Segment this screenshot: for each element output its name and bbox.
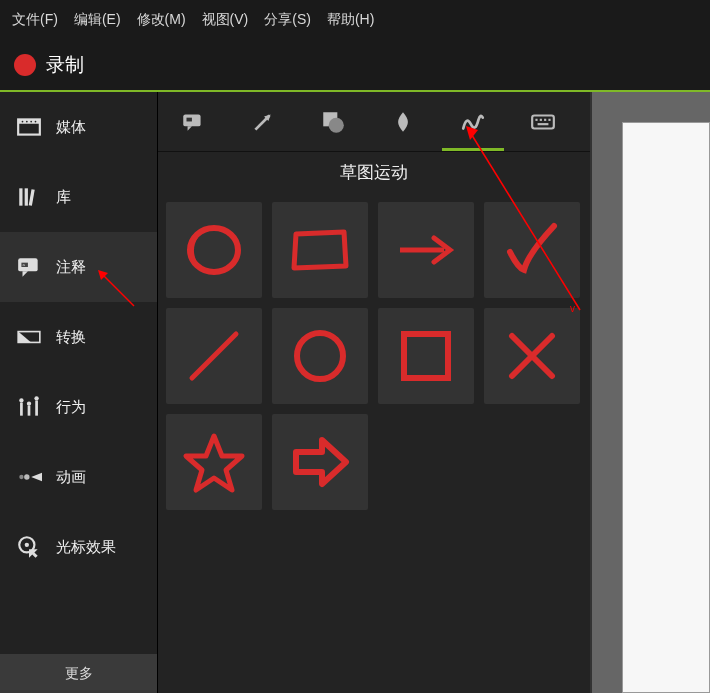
shape-sketch-rectangle[interactable]: [272, 202, 368, 298]
sidebar-item-transitions[interactable]: 转换: [0, 302, 157, 372]
svg-point-4: [30, 121, 32, 123]
media-bin-icon: [16, 114, 42, 140]
transition-icon: [16, 324, 42, 350]
callout-icon: a: [16, 254, 42, 280]
sidebar-item-media[interactable]: 媒体: [0, 92, 157, 162]
svg-point-40: [297, 333, 343, 379]
tab-shapes[interactable]: [298, 92, 368, 151]
canvas-area[interactable]: [590, 92, 710, 693]
svg-marker-20: [31, 473, 42, 482]
svg-marker-23: [29, 549, 38, 558]
svg-point-19: [24, 474, 29, 479]
svg-point-30: [329, 117, 344, 132]
panel-title: 草图运动: [158, 152, 590, 192]
svg-rect-8: [29, 189, 35, 206]
sidebar-item-library[interactable]: 库: [0, 162, 157, 232]
sidebar-item-label: 注释: [56, 258, 86, 277]
svg-marker-25: [188, 126, 192, 130]
sidebar-item-label: 库: [56, 188, 71, 207]
svg-rect-33: [540, 118, 542, 120]
sidebar-item-behaviors[interactable]: 行为: [0, 372, 157, 442]
sidebar-item-annotations[interactable]: a 注释: [0, 232, 157, 302]
svg-rect-7: [25, 188, 28, 205]
svg-marker-45: [296, 440, 346, 484]
svg-point-5: [35, 121, 37, 123]
svg-point-37: [190, 228, 238, 272]
svg-rect-31: [532, 115, 554, 128]
svg-point-2: [22, 121, 24, 123]
svg-point-22: [25, 543, 29, 547]
animation-icon: [16, 464, 42, 490]
svg-rect-1: [18, 119, 40, 123]
sidebar: 媒体 库 a 注释 转换 行为: [0, 92, 158, 693]
svg-rect-34: [544, 118, 546, 120]
svg-point-3: [26, 121, 28, 123]
sidebar-item-cursor-effects[interactable]: 光标效果: [0, 512, 157, 582]
tab-callouts[interactable]: [158, 92, 228, 151]
sidebar-item-label: 行为: [56, 398, 86, 417]
shape-sketch-line[interactable]: [166, 308, 262, 404]
shape-star[interactable]: [166, 414, 262, 510]
sidebar-more-button[interactable]: 更多: [0, 653, 157, 693]
menu-share[interactable]: 分享(S): [264, 11, 311, 29]
svg-line-39: [192, 334, 236, 378]
record-bar[interactable]: 录制: [0, 40, 710, 90]
svg-marker-10: [23, 271, 28, 276]
tab-sketch-motion[interactable]: [438, 92, 508, 151]
svg-rect-36: [538, 123, 549, 125]
menu-view[interactable]: 视图(V): [202, 11, 249, 29]
shape-sketch-check[interactable]: [484, 202, 580, 298]
svg-rect-35: [548, 118, 550, 120]
svg-point-15: [19, 398, 23, 402]
record-icon: [14, 54, 36, 76]
svg-rect-26: [187, 117, 192, 121]
sidebar-item-label: 媒体: [56, 118, 86, 137]
sidebar-item-label: 动画: [56, 468, 86, 487]
menu-edit[interactable]: 编辑(E): [74, 11, 121, 29]
behaviors-icon: [16, 394, 42, 420]
canvas-document[interactable]: [622, 122, 710, 693]
cursor-effects-icon: [16, 534, 42, 560]
menu-help[interactable]: 帮助(H): [327, 11, 374, 29]
sidebar-item-animations[interactable]: 动画: [0, 442, 157, 512]
shape-circle[interactable]: [272, 308, 368, 404]
svg-marker-44: [186, 436, 242, 490]
svg-marker-14: [18, 332, 31, 343]
tab-blur[interactable]: [368, 92, 438, 151]
shape-block-arrow[interactable]: [272, 414, 368, 510]
shape-sketch-arrow[interactable]: [378, 202, 474, 298]
tab-arrows[interactable]: [228, 92, 298, 151]
record-label: 录制: [46, 52, 84, 78]
shape-square[interactable]: [378, 308, 474, 404]
shape-sketch-circle[interactable]: [166, 202, 262, 298]
shape-cross[interactable]: [484, 308, 580, 404]
menu-modify[interactable]: 修改(M): [137, 11, 186, 29]
sidebar-item-label: 光标效果: [56, 538, 116, 557]
tab-keystroke[interactable]: [508, 92, 578, 151]
library-icon: [16, 184, 42, 210]
svg-rect-32: [535, 118, 537, 120]
sketch-shapes-grid: [158, 192, 590, 520]
svg-point-18: [19, 475, 23, 479]
menubar: 文件(F) 编辑(E) 修改(M) 视图(V) 分享(S) 帮助(H): [0, 0, 710, 40]
annotation-type-toolbar: [158, 92, 590, 152]
menu-file[interactable]: 文件(F): [12, 11, 58, 29]
svg-rect-41: [404, 334, 448, 378]
svg-rect-6: [19, 188, 22, 205]
svg-point-16: [27, 402, 31, 406]
sidebar-item-label: 转换: [56, 328, 86, 347]
annotations-panel: 草图运动: [158, 92, 590, 693]
svg-point-17: [34, 396, 38, 400]
